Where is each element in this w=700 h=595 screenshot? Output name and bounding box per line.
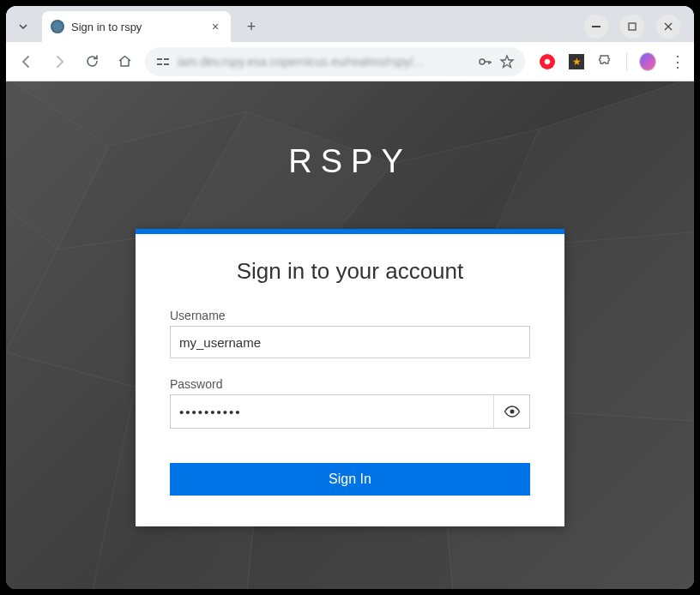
- maximize-button[interactable]: [620, 15, 644, 39]
- address-bar[interactable]: iam.dev.rspy.esa.copernicus.eu/realms/rs…: [145, 47, 525, 76]
- extensions-area: ★ ⋮: [534, 53, 685, 70]
- close-icon: [664, 22, 673, 31]
- username-field-group: Username: [170, 309, 530, 358]
- tabs-dropdown[interactable]: [13, 16, 33, 37]
- bookmark-icon[interactable]: [499, 54, 515, 69]
- card-title: Sign in to your account: [170, 258, 530, 285]
- tab-bar: Sign in to rspy × +: [6, 6, 694, 42]
- url-text: iam.dev.rspy.esa.copernicus.eu/realms/rs…: [178, 55, 470, 69]
- bookmark-extension-icon[interactable]: ★: [568, 53, 585, 70]
- extensions-button[interactable]: [597, 53, 614, 70]
- tab-title: Sign in to rspy: [71, 21, 202, 33]
- svg-rect-3: [164, 58, 169, 60]
- signin-button[interactable]: Sign In: [170, 463, 530, 496]
- eye-icon: [504, 406, 521, 418]
- menu-button[interactable]: ⋮: [668, 53, 685, 70]
- chevron-down-icon: [18, 21, 28, 32]
- close-window-button[interactable]: [656, 15, 680, 39]
- password-label: Password: [170, 377, 530, 391]
- browser-window: Sign in to rspy × +: [6, 6, 694, 589]
- svg-point-7: [510, 410, 514, 414]
- key-icon[interactable]: [477, 54, 492, 69]
- svg-rect-4: [157, 63, 162, 65]
- favicon-icon: [51, 20, 64, 33]
- browser-tab[interactable]: Sign in to rspy ×: [42, 11, 231, 42]
- new-tab-button[interactable]: +: [239, 15, 263, 39]
- svg-rect-1: [629, 23, 636, 30]
- toolbar: iam.dev.rspy.esa.copernicus.eu/realms/rs…: [6, 42, 694, 81]
- svg-rect-0: [592, 26, 600, 27]
- opera-extension-icon[interactable]: [539, 53, 556, 70]
- login-card: Sign in to your account Username Passwor…: [136, 229, 564, 526]
- password-field-group: Password: [170, 377, 530, 429]
- forward-button[interactable]: [47, 50, 71, 74]
- reload-button[interactable]: [80, 50, 104, 74]
- username-label: Username: [170, 309, 530, 322]
- close-tab-button[interactable]: ×: [208, 20, 222, 33]
- arrow-left-icon: [19, 54, 34, 69]
- minimize-button[interactable]: [584, 15, 608, 39]
- maximize-icon: [628, 22, 637, 31]
- username-input[interactable]: [170, 326, 530, 358]
- password-wrapper: [170, 394, 530, 429]
- profile-avatar[interactable]: [639, 53, 656, 70]
- reload-icon: [85, 54, 100, 69]
- arrow-right-icon: [51, 54, 67, 69]
- window-controls: [584, 15, 687, 39]
- home-button[interactable]: [112, 50, 136, 74]
- divider: [626, 53, 627, 70]
- home-icon: [118, 54, 132, 69]
- minimize-icon: [592, 26, 600, 27]
- svg-rect-5: [164, 63, 169, 65]
- password-input[interactable]: [171, 395, 493, 428]
- site-settings-icon[interactable]: [155, 54, 171, 69]
- toggle-password-button[interactable]: [493, 395, 529, 428]
- svg-rect-2: [157, 58, 162, 60]
- page-content: RSPY Sign in to your account Username Pa…: [6, 81, 694, 589]
- svg-point-6: [480, 59, 485, 64]
- back-button[interactable]: [15, 50, 39, 74]
- brand-heading: RSPY: [6, 143, 694, 180]
